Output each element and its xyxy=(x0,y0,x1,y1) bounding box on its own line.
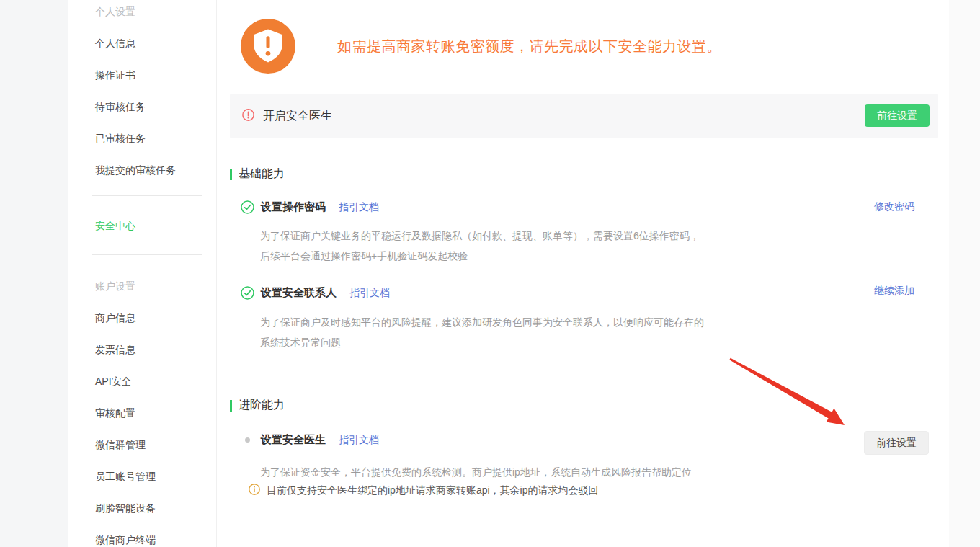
alert-message: 如需提高商家转账免密额度，请先完成以下安全能力设置。 xyxy=(337,37,721,56)
error-exclamation-icon xyxy=(242,109,254,124)
continue-add-link[interactable]: 继续添加 xyxy=(874,285,914,298)
sidebar-item-operation-certificate[interactable]: 操作证书 xyxy=(95,60,216,92)
guide-doc-link[interactable]: 指引文档 xyxy=(339,201,379,214)
capability-title: 设置安全医生 xyxy=(261,433,326,447)
guide-doc-link[interactable]: 指引文档 xyxy=(349,287,390,300)
capability-description: 为了保证商户及时感知平台的风险提醒，建议添加研发角色同事为安全联系人，以便响应可… xyxy=(260,312,708,352)
sidebar-item-merchant-info[interactable]: 商户信息 xyxy=(95,303,216,334)
sidebar-divider xyxy=(92,254,202,255)
info-warning-icon xyxy=(249,484,260,498)
capability-title: 设置安全联系人 xyxy=(261,286,337,300)
capability-description: 为了保证商户关键业务的平稳运行及数据隐私（如付款、提现、账单等），需要设置6位操… xyxy=(260,226,708,266)
page-left-gutter xyxy=(0,0,68,547)
sidebar-divider xyxy=(92,195,202,196)
change-password-link[interactable]: 修改密码 xyxy=(874,200,914,213)
sidebar-item-face-smart-device[interactable]: 刷脸智能设备 xyxy=(95,493,216,525)
capability-description: 为了保证资金安全，平台提供免费的系统检测。商户提供ip地址，系统自动生成风险报告… xyxy=(260,462,729,482)
pending-dot-icon xyxy=(241,433,254,447)
sidebar: 个人设置 个人信息 操作证书 待审核任务 已审核任务 我提交的审核任务 安全中心… xyxy=(68,0,216,543)
capability-row-security-contact: 设置安全联系人 指引文档 xyxy=(241,286,390,300)
section-advanced-capabilities: 进阶能力 xyxy=(230,398,285,413)
section-label: 基础能力 xyxy=(239,166,285,182)
security-center-panel: 如需提高商家转账免密额度，请先完成以下安全能力设置。 开启安全医生 前往设置 基… xyxy=(216,0,949,547)
capability-row-security-doctor: 设置安全医生 指引文档 xyxy=(241,433,379,447)
capability-title: 设置操作密码 xyxy=(261,200,326,214)
security-alert-header: 如需提高商家转账免密额度，请先完成以下安全能力设置。 xyxy=(240,18,721,74)
sidebar-item-reviewed-tasks[interactable]: 已审核任务 xyxy=(95,123,216,155)
sidebar-item-invoice-info[interactable]: 发票信息 xyxy=(95,334,216,366)
section-accent-bar xyxy=(230,400,232,412)
sidebar-header-personal-settings: 个人设置 xyxy=(95,0,216,28)
shield-warning-icon xyxy=(240,18,296,74)
sidebar-item-my-submitted-review-tasks[interactable]: 我提交的审核任务 xyxy=(95,155,216,187)
ip-restriction-warning: 目前仅支持安全医生绑定的ip地址请求商家转账api，其余ip的请求均会驳回 xyxy=(249,484,598,498)
sidebar-item-wechat-group-management[interactable]: 微信群管理 xyxy=(95,430,216,461)
warning-text: 目前仅支持安全医生绑定的ip地址请求商家转账api，其余ip的请求均会驳回 xyxy=(267,484,598,497)
section-accent-bar xyxy=(230,169,232,180)
guide-doc-link[interactable]: 指引文档 xyxy=(339,434,379,447)
capability-row-operation-password: 设置操作密码 指引文档 xyxy=(241,200,379,214)
sidebar-item-personal-info[interactable]: 个人信息 xyxy=(95,28,216,60)
go-to-settings-button-security-doctor[interactable]: 前往设置 xyxy=(864,431,929,455)
check-circle-icon xyxy=(241,200,254,214)
security-doctor-banner: 开启安全医生 前往设置 xyxy=(230,94,938,138)
section-basic-capabilities: 基础能力 xyxy=(230,166,285,182)
go-to-settings-button-banner[interactable]: 前往设置 xyxy=(865,104,930,127)
sidebar-item-staff-account-management[interactable]: 员工账号管理 xyxy=(95,461,216,493)
sidebar-item-api-security[interactable]: API安全 xyxy=(95,366,216,398)
check-circle-icon xyxy=(241,286,254,300)
sidebar-item-pending-review-tasks[interactable]: 待审核任务 xyxy=(95,92,216,123)
sidebar-header-account-settings: 账户设置 xyxy=(95,271,216,303)
sidebar-item-wechat-merchant-terminal[interactable]: 微信商户终端 xyxy=(95,525,216,547)
banner-title: 开启安全医生 xyxy=(263,109,332,124)
sidebar-item-review-config[interactable]: 审核配置 xyxy=(95,398,216,430)
sidebar-item-security-center[interactable]: 安全中心 xyxy=(95,210,216,242)
page-right-gutter xyxy=(949,0,980,547)
section-label: 进阶能力 xyxy=(239,398,285,413)
